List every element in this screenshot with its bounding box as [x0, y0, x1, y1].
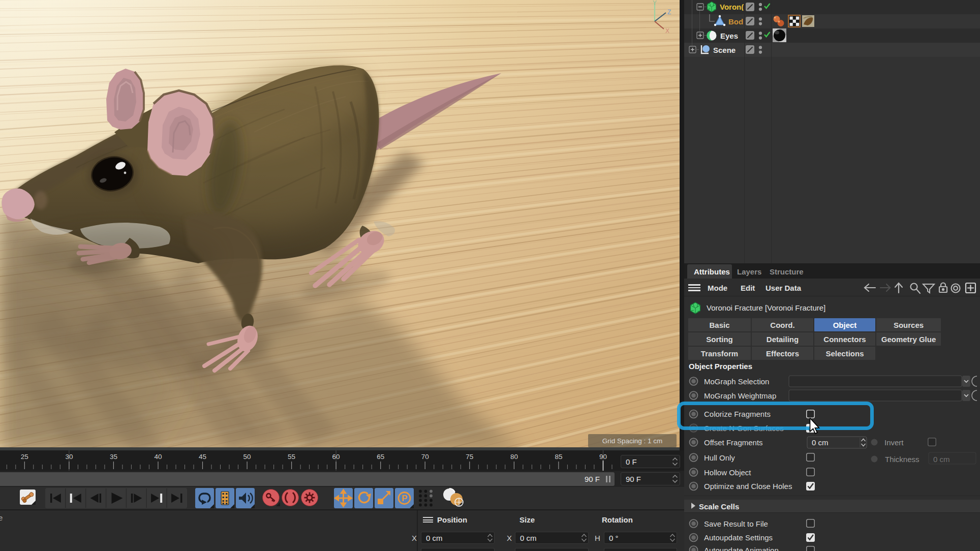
- svg-text:X: X: [665, 27, 669, 35]
- svg-text:Z: Z: [667, 9, 671, 16]
- svg-text:Y: Y: [653, 0, 657, 7]
